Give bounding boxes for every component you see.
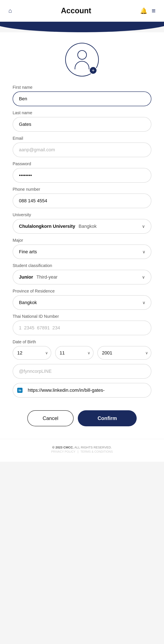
dob-month-select[interactable]: 11 — [55, 346, 94, 360]
major-select-wrapper: Fine arts ∨ — [13, 244, 151, 259]
major-label: Major — [13, 238, 151, 243]
confirm-button[interactable]: Confirm — [78, 410, 137, 426]
home-icon[interactable]: ⌂ — [8, 8, 12, 14]
email-label: Email — [13, 136, 151, 141]
avatar-icon — [75, 50, 89, 69]
major-group: Major Fine arts ∨ — [13, 238, 151, 259]
classification-select[interactable]: Junior Third-year ∨ — [13, 270, 151, 284]
university-city: Bangkok — [79, 224, 97, 229]
password-input[interactable] — [13, 168, 151, 183]
bell-icon[interactable]: 🔔 — [140, 8, 147, 14]
footer-separator: | — [78, 450, 78, 453]
dob-row: 12 ∨ 11 ∨ 2001 ∨ — [13, 346, 151, 360]
linkedin-wrapper: in — [13, 383, 151, 398]
dob-year-wrapper: 2001 ∨ — [97, 346, 151, 360]
email-input[interactable] — [13, 142, 151, 157]
first-name-input[interactable] — [13, 92, 151, 106]
classification-name: Junior — [19, 274, 33, 280]
classification-sub: Third-year — [36, 274, 57, 280]
password-group: Password — [13, 162, 151, 183]
email-group: Email — [13, 136, 151, 157]
dob-year-select[interactable]: 2001 — [97, 346, 151, 360]
accent-bar — [0, 22, 164, 32]
chevron-down-icon: ∨ — [142, 274, 145, 280]
last-name-group: Last name — [13, 110, 151, 132]
privacy-link[interactable]: PRIVACY POLICY — [51, 450, 75, 453]
avatar-head — [77, 50, 87, 60]
terms-link[interactable]: TERMS & CONDITIONS — [81, 450, 113, 453]
province-select-wrapper: Bangkok ∨ — [13, 295, 151, 310]
dob-label: Date of Birth — [13, 340, 151, 344]
avatar-wrapper: + — [65, 43, 99, 76]
classification-label: Student classification — [13, 263, 151, 268]
dob-month-wrapper: 11 ∨ — [55, 346, 94, 360]
last-name-label: Last name — [13, 110, 151, 115]
first-name-label: First name — [13, 85, 151, 90]
main-content: + First name Last name Email Password Ph… — [0, 32, 164, 439]
line-input[interactable] — [13, 364, 151, 379]
national-id-group: Thai National ID Number — [13, 314, 151, 335]
line-group — [13, 364, 151, 379]
university-value: Chulalongkorn University Bangkok — [19, 224, 97, 229]
national-id-label: Thai National ID Number — [13, 314, 151, 319]
first-name-group: First name — [13, 85, 151, 106]
app-header: ⌂ Account 🔔 ≡ — [0, 0, 164, 22]
linkedin-input[interactable] — [13, 383, 151, 398]
linkedin-group: in — [13, 383, 151, 398]
university-select[interactable]: Chulalongkorn University Bangkok ∨ — [13, 219, 151, 234]
header-actions: 🔔 ≡ — [140, 7, 156, 15]
form: First name Last name Email Password Phon… — [13, 85, 151, 426]
avatar-body — [75, 61, 89, 69]
classification-group: Student classification Junior Third-year… — [13, 263, 151, 284]
province-group: Province of Residence Bangkok ∨ — [13, 289, 151, 310]
menu-icon[interactable]: ≡ — [152, 7, 156, 15]
dob-day-wrapper: 12 ∨ — [13, 346, 51, 360]
page-title: Account — [61, 6, 91, 15]
national-id-input[interactable] — [13, 320, 151, 335]
form-actions: Cancel Confirm — [13, 410, 151, 426]
university-group: University Chulalongkorn University Bang… — [13, 212, 151, 234]
footer-copyright: © 2023 CMCC. ALL RIGHTS RESERVED. — [0, 446, 164, 449]
linkedin-icon: in — [17, 388, 22, 393]
phone-group: Phone number — [13, 187, 151, 208]
dob-group: Date of Birth 12 ∨ 11 ∨ 2001 — [13, 340, 151, 360]
footer: © 2023 CMCC. ALL RIGHTS RESERVED. PRIVAC… — [0, 439, 164, 462]
province-label: Province of Residence — [13, 289, 151, 294]
avatar-add-button[interactable]: + — [89, 66, 97, 74]
classification-value: Junior Third-year — [19, 274, 58, 280]
university-label: University — [13, 212, 151, 217]
province-select[interactable]: Bangkok — [13, 295, 151, 310]
phone-input[interactable] — [13, 194, 151, 208]
password-label: Password — [13, 162, 151, 166]
phone-label: Phone number — [13, 187, 151, 192]
footer-links: PRIVACY POLICY | TERMS & CONDITIONS — [0, 450, 164, 453]
cancel-button[interactable]: Cancel — [27, 410, 74, 426]
university-name: Chulalongkorn University — [19, 224, 75, 229]
major-select[interactable]: Fine arts — [13, 244, 151, 259]
chevron-down-icon: ∨ — [142, 224, 145, 229]
dob-day-select[interactable]: 12 — [13, 346, 51, 360]
last-name-input[interactable] — [13, 117, 151, 132]
avatar-section: + — [13, 32, 151, 85]
